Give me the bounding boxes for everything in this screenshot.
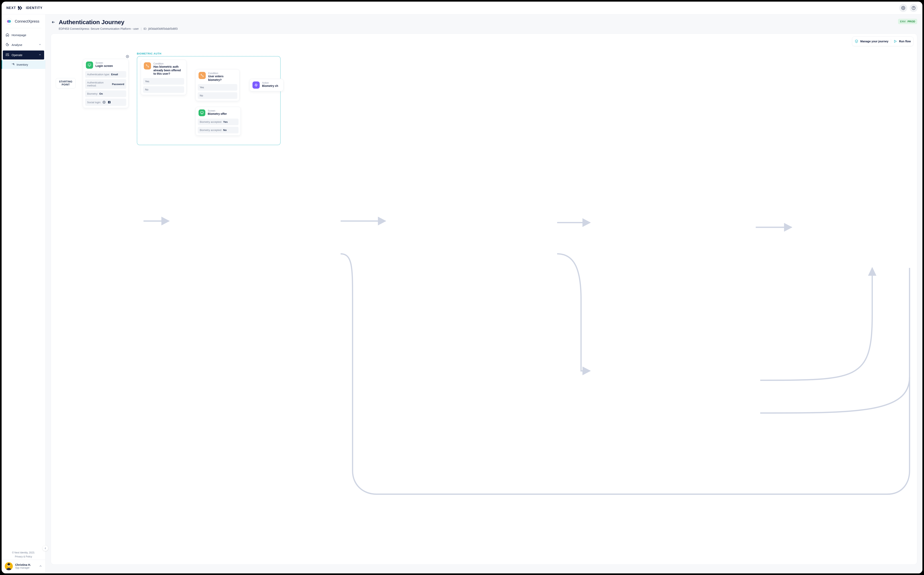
biometry-row[interactable]: Biometry:On <box>85 91 126 97</box>
svg-point-21 <box>127 56 128 57</box>
env-label: ENV: <box>900 20 906 23</box>
offer-no-row[interactable]: Biometry accepted:No <box>198 127 239 133</box>
flow-start-node[interactable]: STARTING POINT <box>56 78 76 89</box>
node-eyebrow: Screen <box>95 62 113 64</box>
id-label: ID: <box>143 27 147 30</box>
facebook-icon <box>107 100 111 104</box>
sidebar-collapse-button[interactable] <box>43 545 48 551</box>
monitor-icon <box>86 62 93 69</box>
node-eyebrow: Screen <box>208 110 227 112</box>
manage-journey-button[interactable]: Manage your journey <box>855 40 889 43</box>
sidebar-footer: © Next Identity, 2023. Privacy & Policy <box>2 549 45 560</box>
bolt-icon <box>253 81 260 89</box>
body: ConnectXpress Homepage Analyse <box>2 14 922 573</box>
svg-marker-20 <box>894 40 897 43</box>
node-title: Login screen <box>95 64 113 68</box>
topbar: NEXT ✱ IDENTITY <box>2 2 922 14</box>
privacy-link[interactable]: Privacy & Policy <box>15 555 32 558</box>
svg-point-3 <box>903 7 904 8</box>
canvas-toolbar: Manage your journey Run flow <box>852 37 913 46</box>
flow-start-label: STARTING POINT <box>59 80 73 86</box>
settings-button[interactable] <box>899 4 907 12</box>
project-chip[interactable]: ConnectXpress <box>2 14 45 28</box>
node-title: Biometry ch <box>262 84 278 88</box>
sidebar-submenu-operate: Inventory <box>2 60 45 69</box>
node-title: User enters biometry? <box>208 75 237 82</box>
copyright-text: © Next Identity, 2023. <box>2 551 45 554</box>
sidebar-item-label: Inventory <box>17 63 28 66</box>
node-login-screen[interactable]: Screen Login screen Authentication type:… <box>83 59 129 108</box>
svg-rect-22 <box>88 64 91 66</box>
flow-area: BIOMETRIC AUTH STARTING POINT <box>51 34 917 564</box>
sidebar-item-inventory[interactable]: Inventory <box>2 60 45 69</box>
sidebar-item-analyze[interactable]: Analyse <box>2 40 45 50</box>
project-logo-icon <box>6 18 13 25</box>
env-badge: ENV:PROD <box>898 19 917 24</box>
node-condition-offered[interactable]: Condition Has biometric auth already bee… <box>141 60 186 95</box>
page-header: Authentication Journey EDP453 ConnectXpr… <box>51 19 917 30</box>
node-action-biometry[interactable]: Action Biometry ch <box>250 79 283 91</box>
user-text: Christina H. App manager <box>15 563 31 569</box>
svg-text:✱: ✱ <box>18 6 19 10</box>
svg-marker-30 <box>254 84 258 87</box>
user-role: App manager <box>15 566 31 569</box>
sidebar-item-label: Operate <box>11 53 22 57</box>
group-label-biometric: BIOMETRIC AUTH <box>137 52 161 55</box>
main: Authentication Journey EDP453 ConnectXpr… <box>46 14 922 573</box>
auth-type-row[interactable]: Authentication type:Email <box>85 71 126 78</box>
branch-icon <box>199 72 206 79</box>
brand-logo: NEXT ✱ IDENTITY <box>6 6 43 10</box>
node-settings-button[interactable] <box>126 55 129 59</box>
branch-icon <box>144 62 151 70</box>
node-eyebrow: Action <box>262 81 278 84</box>
flow-canvas[interactable]: Manage your journey Run flow BIOMETRIC A… <box>51 33 917 565</box>
social-login-row[interactable]: Social login: <box>85 98 126 106</box>
node-biometry-offer[interactable]: Screen Biometry offer Biometry accepted:… <box>196 107 241 135</box>
sidebar-user[interactable]: Christina H. App manager <box>2 560 45 573</box>
brand-word-left: NEXT <box>6 6 16 10</box>
back-button[interactable] <box>51 19 56 25</box>
sidebar-item-label: Homepage <box>11 33 26 37</box>
answer-no[interactable]: No <box>198 92 237 99</box>
brand-word-right: IDENTITY <box>26 6 43 10</box>
home-icon <box>6 33 9 37</box>
node-title: Biometry offer <box>208 112 227 116</box>
user-name: Christina H. <box>15 563 31 566</box>
subtitle-separator: | <box>141 27 142 30</box>
sidebar-item-operate[interactable]: Operate <box>3 51 44 59</box>
page-title: Authentication Journey <box>59 19 124 25</box>
answer-yes[interactable]: Yes <box>143 78 184 85</box>
run-flow-label: Run flow <box>899 40 911 43</box>
svg-point-7 <box>8 20 11 23</box>
avatar <box>5 562 13 570</box>
help-button[interactable] <box>910 4 918 12</box>
brand-chevrons-icon: ✱ <box>18 6 24 10</box>
chevron-up-icon <box>39 564 42 568</box>
sidebar-item-label: Analyse <box>11 43 22 46</box>
pie-chart-icon <box>6 43 9 47</box>
offer-yes-row[interactable]: Biometry accepted:Yes <box>198 119 239 125</box>
svg-rect-27 <box>200 111 204 113</box>
enter-icon <box>11 63 14 67</box>
sidebar-item-homepage[interactable]: Homepage <box>2 30 45 40</box>
auth-method-row[interactable]: Authentication method:Password <box>85 79 126 89</box>
page-subtitle: EDP453 ConnectXpress: Secure Communicati… <box>59 27 139 30</box>
node-title: Has biometric auth already been offered … <box>153 65 183 76</box>
answer-yes[interactable]: Yes <box>198 84 237 91</box>
env-value: PROD <box>907 20 915 23</box>
sidebar: ConnectXpress Homepage Analyse <box>2 14 46 573</box>
manage-journey-label: Manage your journey <box>860 40 889 43</box>
id-value: jbf3dabf3d6f3dabf3d6f3 <box>148 27 178 30</box>
chevron-down-icon <box>38 43 41 46</box>
project-name: ConnectXpress <box>15 19 39 24</box>
play-icon <box>894 40 897 43</box>
sliders-icon <box>6 53 9 57</box>
answer-no[interactable]: No <box>143 86 184 93</box>
monitor-icon <box>199 110 205 116</box>
app-frame: NEXT ✱ IDENTITY <box>2 2 922 573</box>
node-condition-enters[interactable]: Condition User enters biometry? Yes No <box>196 69 240 101</box>
node-eyebrow: Condition <box>153 62 183 65</box>
node-eyebrow: Condition <box>208 72 237 75</box>
shield-icon <box>855 40 858 43</box>
run-flow-button[interactable]: Run flow <box>894 40 911 43</box>
